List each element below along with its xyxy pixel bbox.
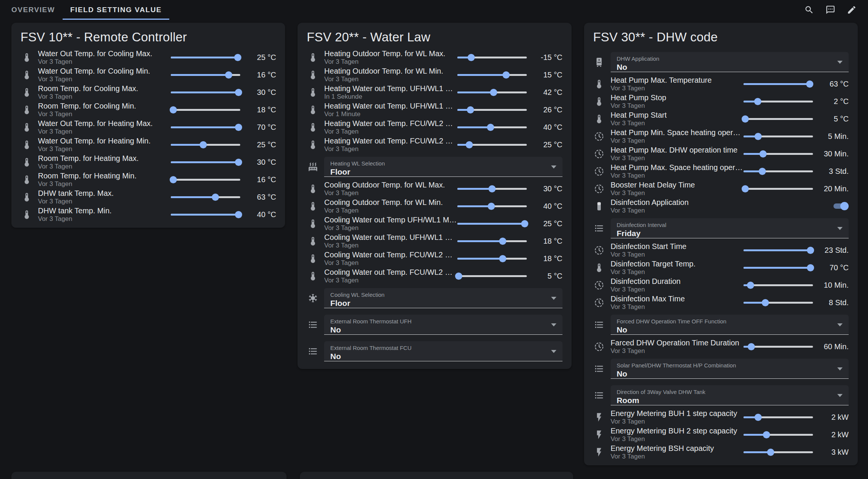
setting-updated: Vor 3 Tagen xyxy=(324,259,457,267)
slider-thumb[interactable] xyxy=(234,54,241,61)
setting-slider[interactable] xyxy=(744,115,813,123)
setting-slider[interactable] xyxy=(744,448,813,456)
setting-slider[interactable] xyxy=(744,150,813,158)
slider-thumb[interactable] xyxy=(200,141,207,148)
slider-thumb[interactable] xyxy=(235,211,242,218)
slider-thumb[interactable] xyxy=(235,89,242,96)
setting-slider[interactable] xyxy=(171,71,240,79)
slider-thumb[interactable] xyxy=(762,299,769,306)
setting-row: Heat Pump StopVor 3 Tagen2 °C xyxy=(593,93,849,110)
slider-thumb[interactable] xyxy=(759,168,766,175)
setting-slider[interactable] xyxy=(457,106,527,114)
slider-thumb[interactable] xyxy=(763,431,770,438)
select-field[interactable]: Forced DHW Operation Time OFF FunctionNo xyxy=(611,315,849,335)
slider-thumb[interactable] xyxy=(488,203,495,210)
setting-slider[interactable] xyxy=(744,430,813,439)
setting-slider[interactable] xyxy=(744,246,813,254)
setting-slider[interactable] xyxy=(457,237,527,245)
slider-thumb[interactable] xyxy=(767,449,774,456)
setting-slider[interactable] xyxy=(457,71,527,79)
slider-thumb[interactable] xyxy=(488,185,496,192)
edit-pencil-icon[interactable] xyxy=(845,3,858,16)
setting-slider[interactable] xyxy=(457,53,527,61)
slider-thumb[interactable] xyxy=(499,255,506,262)
setting-slider[interactable] xyxy=(171,88,240,96)
select-row: Cooling WL SelectionFloor xyxy=(307,285,562,311)
slider-thumb[interactable] xyxy=(807,247,814,254)
setting-slider[interactable] xyxy=(457,272,527,280)
setting-slider[interactable] xyxy=(744,263,813,272)
select-field[interactable]: External Room Thermostat FCUNo xyxy=(324,341,562,361)
select-field[interactable]: External Room Thermostat UFHNo xyxy=(324,315,562,335)
slider-thumb[interactable] xyxy=(806,80,813,88)
slider-thumb[interactable] xyxy=(212,194,219,201)
slider-thumb[interactable] xyxy=(466,141,473,148)
slider-fill xyxy=(744,267,810,269)
select-field[interactable]: Cooling WL SelectionFloor xyxy=(324,288,562,308)
setting-slider[interactable] xyxy=(744,132,813,140)
setting-slider[interactable] xyxy=(171,106,240,114)
slider-thumb[interactable] xyxy=(742,185,749,192)
slider-thumb[interactable] xyxy=(503,71,510,79)
search-icon[interactable] xyxy=(803,3,816,16)
select-field[interactable]: Heating WL SelectionFloor xyxy=(324,157,562,177)
slider-thumb[interactable] xyxy=(742,115,749,123)
slider-thumb[interactable] xyxy=(755,133,762,140)
setting-slider[interactable] xyxy=(457,184,527,193)
setting-slider[interactable] xyxy=(744,97,813,106)
setting-name: Water Out Temp. for Heating Min. xyxy=(38,137,171,145)
setting-slider[interactable] xyxy=(171,53,240,61)
slider-thumb[interactable] xyxy=(170,106,177,113)
slider-thumb[interactable] xyxy=(490,89,497,96)
select-field[interactable]: DHW ApplicationNo xyxy=(611,52,849,72)
setting-slider[interactable] xyxy=(171,193,240,201)
slider-fill xyxy=(744,83,810,85)
setting-slider[interactable] xyxy=(457,140,527,149)
setting-slider[interactable] xyxy=(171,210,240,219)
setting-text: Booster Heat Delay TimeVor 3 Tagen xyxy=(605,181,744,197)
slider-thumb[interactable] xyxy=(748,343,755,350)
slider-thumb[interactable] xyxy=(807,264,814,271)
select-field[interactable]: Direction of 3Way Valve DHW TankRoom xyxy=(611,385,849,405)
setting-slider[interactable] xyxy=(744,298,813,307)
setting-slider[interactable] xyxy=(744,413,813,421)
slider-thumb[interactable] xyxy=(487,124,494,131)
setting-slider[interactable] xyxy=(457,219,527,228)
select-field[interactable]: Disinfection IntervalFriday xyxy=(611,218,849,238)
setting-slider[interactable] xyxy=(457,254,527,263)
boiler-icon xyxy=(593,57,605,67)
slider-thumb[interactable] xyxy=(467,106,474,113)
tab-overview[interactable]: OVERVIEW xyxy=(4,0,63,20)
setting-slider[interactable] xyxy=(744,167,813,175)
slider-thumb[interactable] xyxy=(225,71,232,79)
setting-slider[interactable] xyxy=(171,175,240,184)
slider-thumb[interactable] xyxy=(754,98,761,105)
slider-thumb[interactable] xyxy=(755,414,762,421)
setting-slider[interactable] xyxy=(457,202,527,210)
slider-thumb[interactable] xyxy=(759,150,767,158)
toggle-switch[interactable] xyxy=(832,202,849,211)
slider-thumb[interactable] xyxy=(235,159,242,166)
slider-thumb[interactable] xyxy=(235,124,242,131)
setting-slider[interactable] xyxy=(171,123,240,131)
setting-slider[interactable] xyxy=(171,140,240,149)
tab-field-setting-value[interactable]: FIELD SETTING VALUE xyxy=(63,0,169,20)
slider-thumb[interactable] xyxy=(455,273,462,280)
slider-thumb[interactable] xyxy=(468,54,475,61)
select-field[interactable]: Solar Panel/DHW Thermostat H/P Combinati… xyxy=(611,359,849,379)
slider-thumb[interactable] xyxy=(521,220,528,227)
setting-slider[interactable] xyxy=(457,88,527,96)
setting-slider[interactable] xyxy=(744,342,813,351)
setting-slider[interactable] xyxy=(744,281,813,289)
chat-icon[interactable] xyxy=(824,3,837,16)
slider-thumb[interactable] xyxy=(170,176,177,183)
chevron-down-icon xyxy=(837,323,843,326)
flash-icon xyxy=(593,447,605,457)
setting-slider[interactable] xyxy=(457,123,527,131)
setting-updated: Vor 3 Tagen xyxy=(611,453,744,460)
setting-slider[interactable] xyxy=(744,184,813,193)
slider-thumb[interactable] xyxy=(747,282,754,289)
slider-thumb[interactable] xyxy=(499,238,506,245)
setting-slider[interactable] xyxy=(171,158,240,166)
setting-slider[interactable] xyxy=(744,80,813,88)
